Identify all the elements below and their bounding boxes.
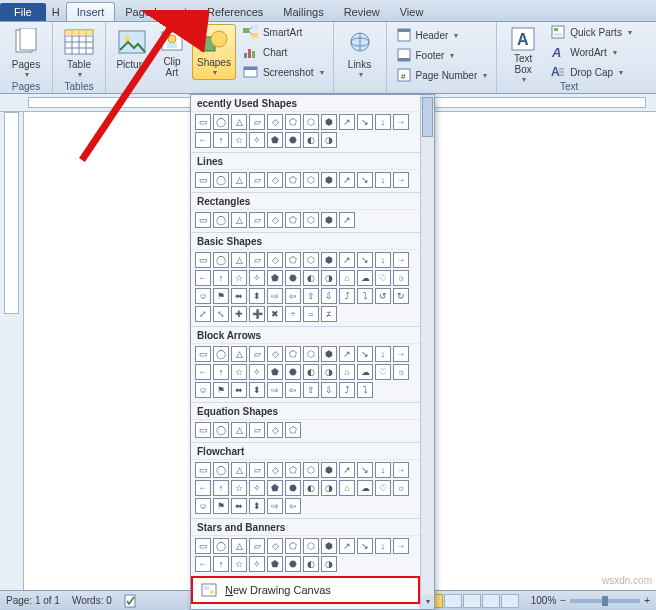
- shapes-button[interactable]: Shapes: [192, 24, 236, 80]
- shape-item[interactable]: ☼: [393, 364, 409, 380]
- shape-item[interactable]: ✧: [249, 270, 265, 286]
- shape-item[interactable]: ←: [195, 556, 211, 572]
- shape-item[interactable]: ◯: [213, 422, 229, 438]
- shape-item[interactable]: ▱: [249, 462, 265, 478]
- shape-item[interactable]: ✧: [249, 556, 265, 572]
- shape-item[interactable]: ⬢: [321, 212, 337, 228]
- shape-item[interactable]: ⇧: [303, 288, 319, 304]
- zoom-slider[interactable]: [570, 599, 640, 603]
- tab-home-partial[interactable]: H: [48, 3, 66, 21]
- view-fullscreen[interactable]: [444, 594, 462, 608]
- shape-item[interactable]: ◑: [321, 556, 337, 572]
- shape-item[interactable]: ⬟: [267, 556, 283, 572]
- shape-item[interactable]: →: [393, 252, 409, 268]
- shape-item[interactable]: ☆: [231, 132, 247, 148]
- shape-item[interactable]: ⇩: [321, 382, 337, 398]
- shape-item[interactable]: ▱: [249, 252, 265, 268]
- shape-item[interactable]: ⬡: [303, 212, 319, 228]
- shape-item[interactable]: ↗: [339, 212, 355, 228]
- shape-item[interactable]: ⬡: [303, 538, 319, 554]
- shape-item[interactable]: ✧: [249, 132, 265, 148]
- shape-item[interactable]: ◯: [213, 346, 229, 362]
- shape-item[interactable]: △: [231, 114, 247, 130]
- smartart-button[interactable]: SmartArt: [240, 23, 327, 41]
- shape-item[interactable]: ⬢: [321, 346, 337, 362]
- shape-item[interactable]: ☼: [393, 270, 409, 286]
- shape-item[interactable]: ⬢: [321, 462, 337, 478]
- shape-item[interactable]: ⬠: [285, 212, 301, 228]
- shape-item[interactable]: ⬢: [321, 114, 337, 130]
- shape-item[interactable]: ▱: [249, 212, 265, 228]
- shape-item[interactable]: ◇: [267, 538, 283, 554]
- shape-item[interactable]: ↗: [339, 462, 355, 478]
- shape-item[interactable]: ▱: [249, 538, 265, 554]
- wordart-button[interactable]: AWordArt: [547, 43, 635, 61]
- shape-item[interactable]: ↓: [375, 252, 391, 268]
- shape-item[interactable]: ↘: [357, 114, 373, 130]
- shape-item[interactable]: →: [393, 538, 409, 554]
- shape-item[interactable]: ▱: [249, 114, 265, 130]
- shape-item[interactable]: ◑: [321, 132, 337, 148]
- scroll-down-icon[interactable]: ▾: [421, 595, 434, 609]
- view-web[interactable]: [463, 594, 481, 608]
- shape-item[interactable]: ▭: [195, 422, 211, 438]
- shape-item[interactable]: △: [231, 252, 247, 268]
- status-proofing-icon[interactable]: [124, 594, 138, 608]
- shape-item[interactable]: ⌂: [339, 480, 355, 496]
- shape-item[interactable]: ⬠: [285, 462, 301, 478]
- shape-item[interactable]: ⇦: [285, 382, 301, 398]
- shape-item[interactable]: △: [231, 346, 247, 362]
- tab-file[interactable]: File: [0, 3, 46, 21]
- shape-item[interactable]: ⇩: [321, 288, 337, 304]
- shape-item[interactable]: ↗: [339, 172, 355, 188]
- shape-item[interactable]: ⬠: [285, 172, 301, 188]
- shape-item[interactable]: ◇: [267, 422, 283, 438]
- shape-item[interactable]: →: [393, 172, 409, 188]
- shape-item[interactable]: ⬣: [285, 132, 301, 148]
- shape-item[interactable]: ⬡: [303, 346, 319, 362]
- shape-item[interactable]: ◐: [303, 480, 319, 496]
- shape-item[interactable]: ⇦: [285, 288, 301, 304]
- shape-item[interactable]: ↓: [375, 462, 391, 478]
- shape-item[interactable]: ▭: [195, 462, 211, 478]
- shape-item[interactable]: ◐: [303, 556, 319, 572]
- shape-item[interactable]: ✖: [267, 306, 283, 322]
- shape-item[interactable]: △: [231, 212, 247, 228]
- shape-item[interactable]: ◐: [303, 132, 319, 148]
- shape-item[interactable]: ⬌: [231, 382, 247, 398]
- shape-item[interactable]: ✧: [249, 364, 265, 380]
- shape-item[interactable]: =: [303, 306, 319, 322]
- textbox-button[interactable]: A Text Box: [503, 24, 543, 80]
- shape-item[interactable]: ◯: [213, 172, 229, 188]
- shape-item[interactable]: ◐: [303, 270, 319, 286]
- shape-item[interactable]: ↻: [393, 288, 409, 304]
- shape-item[interactable]: ⇨: [267, 498, 283, 514]
- shape-item[interactable]: ◯: [213, 114, 229, 130]
- shape-item[interactable]: ↗: [339, 346, 355, 362]
- shape-item[interactable]: ◯: [213, 252, 229, 268]
- shape-item[interactable]: ☺: [195, 498, 211, 514]
- shape-item[interactable]: ⇨: [267, 382, 283, 398]
- shape-item[interactable]: ↑: [213, 270, 229, 286]
- shape-item[interactable]: ☆: [231, 556, 247, 572]
- chart-button[interactable]: Chart: [240, 43, 327, 61]
- shape-item[interactable]: ⚑: [213, 498, 229, 514]
- zoom-out-button[interactable]: −: [560, 595, 566, 606]
- gallery-scrollbar[interactable]: ▴ ▾: [420, 95, 434, 609]
- shape-item[interactable]: ↘: [357, 346, 373, 362]
- shape-item[interactable]: ⇧: [303, 382, 319, 398]
- shape-item[interactable]: △: [231, 538, 247, 554]
- shape-item[interactable]: ⬢: [321, 538, 337, 554]
- table-button[interactable]: Table: [59, 24, 99, 81]
- shape-item[interactable]: →: [393, 114, 409, 130]
- shape-item[interactable]: ⌂: [339, 270, 355, 286]
- shape-item[interactable]: ☆: [231, 270, 247, 286]
- scroll-thumb[interactable]: [422, 97, 433, 137]
- shape-item[interactable]: ⬟: [267, 270, 283, 286]
- shape-item[interactable]: ☺: [195, 288, 211, 304]
- shape-item[interactable]: ↓: [375, 538, 391, 554]
- shape-item[interactable]: ☁: [357, 364, 373, 380]
- shape-item[interactable]: ↑: [213, 132, 229, 148]
- shape-item[interactable]: ▭: [195, 346, 211, 362]
- quickparts-button[interactable]: Quick Parts: [547, 23, 635, 41]
